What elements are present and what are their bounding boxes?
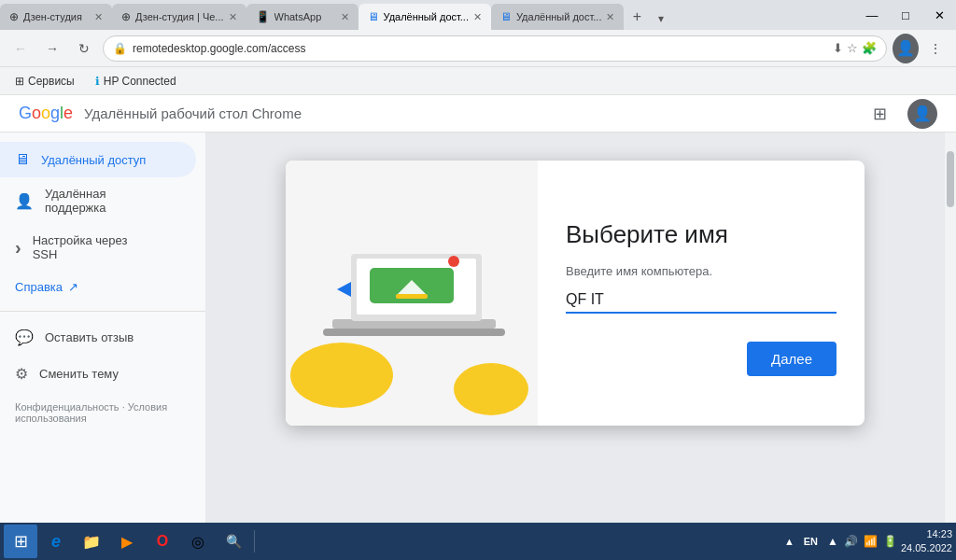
next-button[interactable]: Далее <box>747 342 836 376</box>
taskbar-arrow-up[interactable]: ▲ <box>784 536 794 547</box>
back-button[interactable]: ← <box>7 35 34 62</box>
bookmark-hp-label: HP Connected <box>104 75 176 88</box>
sidebar-divider <box>0 311 205 312</box>
taskbar-search[interactable]: 🔍 <box>217 525 250 558</box>
sidebar-item-theme[interactable]: ⚙ Сменить тему <box>0 356 196 392</box>
scrollbar-thumb[interactable] <box>947 151 954 207</box>
taskbar-lang: EN <box>800 536 822 547</box>
svg-rect-8 <box>396 294 428 299</box>
ie-icon: e <box>51 532 61 552</box>
google-logo: Google Удалённый рабочий стол Chrome <box>19 104 302 123</box>
taskbar-ie[interactable]: e <box>39 525 73 558</box>
svg-point-1 <box>454 363 528 415</box>
forward-button[interactable]: → <box>39 35 65 62</box>
sidebar-ssh-label: Настройка черезSSH <box>33 233 128 261</box>
tab-2[interactable]: ⊕ Дзен-студия | Че... ✕ <box>112 4 246 30</box>
tab-1[interactable]: ⊕ Дзен-студия ✕ <box>0 4 112 30</box>
star-icon[interactable]: ☆ <box>847 41 858 55</box>
tab-2-close[interactable]: ✕ <box>229 11 237 23</box>
tab-whatsapp-title: WhatsApp <box>274 11 336 22</box>
tab-1-icon: ⊕ <box>9 10 19 23</box>
ssh-icon: › <box>15 237 21 259</box>
lock-icon: 🔒 <box>113 42 127 55</box>
close-button[interactable]: ✕ <box>922 0 956 30</box>
taskbar-time[interactable]: 14:23 24.05.2022 <box>901 527 952 556</box>
bookmark-hp[interactable]: ℹ HP Connected <box>90 73 182 90</box>
svg-point-10 <box>448 256 459 267</box>
dialog: Выберите имя Введите имя компьютера. Дал… <box>286 161 865 426</box>
puzzle-icon[interactable]: 🧩 <box>862 41 877 55</box>
theme-icon: ⚙ <box>15 365 28 383</box>
minimize-button[interactable]: — <box>855 0 889 30</box>
feedback-icon: 💬 <box>15 329 34 346</box>
tab-whatsapp[interactable]: 📱 WhatsApp ✕ <box>246 4 358 30</box>
apps-button[interactable]: ⊞ <box>865 99 894 129</box>
taskbar-volume-icon[interactable]: 🔊 <box>844 535 858 548</box>
new-tab-button[interactable]: + <box>624 4 650 30</box>
header-right: ⊞ 👤 <box>865 99 937 129</box>
page-scrollbar[interactable] <box>945 133 956 523</box>
media-icon: ▶ <box>121 533 133 551</box>
sidebar-item-feedback[interactable]: 💬 Оставить отзыв <box>0 319 196 356</box>
taskbar-opera[interactable]: O <box>146 525 179 558</box>
taskbar-folder[interactable]: 📁 <box>75 525 108 558</box>
tab-remote-1-close[interactable]: ✕ <box>473 11 482 23</box>
help-label: Справка <box>15 280 63 294</box>
url-bar[interactable]: 🔒 remotedesktop.google.com/access ⬇ ☆ 🧩 <box>103 35 887 62</box>
tab-whatsapp-icon: 📱 <box>256 10 270 23</box>
header-bar: Google Удалённый рабочий стол Chrome ⊞ 👤 <box>0 95 956 133</box>
addressbar: ← → ↻ 🔒 remotedesktop.google.com/access … <box>0 30 956 67</box>
svg-rect-3 <box>323 329 505 336</box>
addressbar-avatar[interactable]: 👤 <box>893 34 919 63</box>
profile-button[interactable]: 👤 <box>893 35 919 62</box>
page: ⊕ Дзен-студия ✕ ⊕ Дзен-студия | Че... ✕ … <box>0 0 956 560</box>
sidebar-item-remote-support[interactable]: 👤 Удалённаяподдержка <box>0 177 196 224</box>
taskbar: ⊞ e 📁 ▶ O ◎ 🔍 ▲ EN ▲ 🔊 📶 🔋 <box>0 523 956 560</box>
sidebar-item-ssh[interactable]: › Настройка черезSSH <box>0 224 196 271</box>
dialog-illustration <box>286 161 538 426</box>
time-text: 14:23 <box>901 527 952 541</box>
taskbar-right: ▲ EN ▲ 🔊 📶 🔋 14:23 24.05.2022 <box>784 527 952 556</box>
dialog-subtitle: Введите имя компьютера. <box>566 264 836 278</box>
refresh-button[interactable]: ↻ <box>71 35 97 62</box>
taskbar-network-icon: ▲ <box>827 535 838 548</box>
url-right-icons: ⬇ ☆ 🧩 <box>833 41 877 55</box>
tab-whatsapp-close[interactable]: ✕ <box>341 11 349 23</box>
sidebar-feedback-label: Оставить отзыв <box>45 330 134 344</box>
tab-1-close[interactable]: ✕ <box>94 11 103 23</box>
bookmark-services[interactable]: ⊞ Сервисы <box>9 73 80 90</box>
computer-name-input[interactable] <box>566 287 836 314</box>
tab-1-title: Дзен-студия <box>23 11 90 22</box>
sidebar-help-link[interactable]: Справка ↗ <box>0 271 205 303</box>
tab-nav-button[interactable]: ▾ <box>650 7 672 30</box>
main-content: Выберите имя Введите имя компьютера. Дал… <box>205 133 945 523</box>
taskbar-separator <box>254 530 255 553</box>
illustration-svg <box>286 161 538 422</box>
sidebar-item-remote-access[interactable]: 🖥 Удалённый доступ <box>0 142 196 177</box>
date-text: 24.05.2022 <box>901 541 952 555</box>
start-button[interactable]: ⊞ <box>4 525 37 558</box>
taskbar-chrome[interactable]: ◎ <box>181 525 215 558</box>
sidebar-remote-support-label: Удалённаяподдержка <box>45 187 106 215</box>
chrome-body: 🖥 Удалённый доступ 👤 Удалённаяподдержка … <box>0 133 956 523</box>
taskbar-media[interactable]: ▶ <box>110 525 144 558</box>
tab-remote-2-icon: 🖥 <box>500 10 512 23</box>
tab-2-icon: ⊕ <box>121 10 131 23</box>
privacy-link[interactable]: Конфиденциальность <box>15 401 120 413</box>
taskbar-signal-icon: 📶 <box>864 535 878 548</box>
tab-remote-2[interactable]: 🖥 Удалённый дост... ✕ <box>491 4 624 30</box>
tab-remote-1[interactable]: 🖥 Удалённый дост... ✕ <box>358 4 491 30</box>
bookmark-services-label: Сервисы <box>28 75 75 88</box>
svg-point-0 <box>290 343 393 408</box>
tab-remote-2-close[interactable]: ✕ <box>606 11 614 23</box>
maximize-button[interactable]: □ <box>889 0 922 30</box>
hp-icon: ℹ <box>95 75 100 88</box>
remote-access-icon: 🖥 <box>15 151 30 168</box>
taskbar-sys: ▲ EN ▲ 🔊 📶 🔋 <box>784 535 897 548</box>
sidebar-remote-access-label: Удалённый доступ <box>41 153 146 167</box>
header-avatar[interactable]: 👤 <box>907 99 937 129</box>
tabs: ⊕ Дзен-студия ✕ ⊕ Дзен-студия | Че... ✕ … <box>0 0 855 30</box>
external-link-icon: ↗ <box>68 280 78 294</box>
tab-2-title: Дзен-студия | Че... <box>135 11 224 22</box>
menu-button[interactable]: ⋮ <box>922 35 949 62</box>
